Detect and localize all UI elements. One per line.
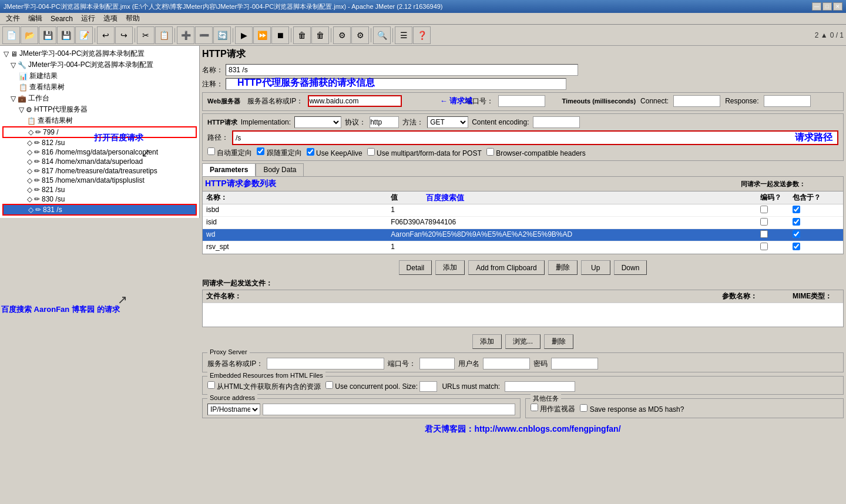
collapse-button[interactable]: ➖ [195,26,213,44]
param-row-isid[interactable]: isid F06D390A78944106 [203,217,843,229]
include-isid[interactable] [793,218,800,226]
add-param-button[interactable]: 添加 [435,260,465,275]
cut-button[interactable]: ✂ [137,26,155,44]
follow-redirect-checkbox[interactable] [257,147,264,155]
func2-button[interactable]: ⚙ [351,26,369,44]
md5-checkbox[interactable] [580,404,588,412]
proxy-port-input[interactable] [419,358,455,369]
tree-item-req817[interactable]: ◇ ✏ 817 /home/treasure/data/treasuretips [2,166,197,176]
clear-all-button[interactable]: 🗑 [311,26,329,44]
expand-button[interactable]: ➕ [177,26,194,44]
close-button[interactable]: ✕ [833,2,842,11]
source-address-input[interactable] [263,404,515,415]
tree-item-xinjinji[interactable]: 📊 新建结果 [2,70,197,82]
response-input[interactable] [764,95,811,107]
add-from-clipboard-button[interactable]: Add from Clipboard [468,260,544,275]
param-row-isbd[interactable]: isbd 1 [203,204,843,217]
source-address-type[interactable]: IP/Hostname [207,404,260,415]
menu-edit[interactable]: 编辑 [25,13,46,24]
embedded-check2[interactable] [325,381,333,389]
delete-param-button[interactable]: 删除 [548,260,578,275]
up-button[interactable]: Up [581,260,610,275]
http-req-label: HTTP请求 [207,118,237,127]
menu-help[interactable]: 帮助 [122,13,143,24]
save-as-button[interactable]: 💾 [39,26,56,44]
undo-button[interactable]: ↩ [97,26,115,44]
urls-match-input[interactable] [505,381,575,392]
tree-item-req799[interactable]: ◇ ✏ 799 / [2,126,197,138]
tree-item-proxy[interactable]: ▽ ⚙ HTTP代理服务器 [2,104,197,115]
help-button[interactable]: ❓ [413,26,431,44]
detail-button[interactable]: Detail [399,260,432,275]
include-isbd[interactable] [793,206,800,213]
tab-body-data[interactable]: Body Data [256,163,304,176]
browse-file-button[interactable]: 浏览... [505,334,540,349]
browser-compat-checkbox[interactable] [486,148,494,156]
toolbar-sep-5 [291,28,291,42]
encode-wd[interactable] [760,230,768,238]
keepalive-checkbox[interactable] [307,148,314,156]
menu-run[interactable]: 运行 [78,13,99,24]
name-input[interactable] [226,64,578,76]
port-input[interactable] [498,95,545,107]
tree-item-req821[interactable]: ◇ ✏ 821 /su [2,185,197,194]
tree-item-workbench[interactable]: ▽ 💼 工作台 [2,93,197,104]
proxy-pass-input[interactable] [551,358,598,369]
new-button[interactable]: 📄 [2,26,20,44]
proxy-server-input[interactable] [267,358,384,369]
path-input[interactable] [233,133,795,143]
multipart-checkbox[interactable] [367,148,375,156]
include-rsv[interactable] [793,243,800,250]
monitor-checkbox[interactable] [531,404,538,411]
include-wd[interactable] [793,230,800,238]
menu-options[interactable]: 选项 [100,13,121,24]
tree-item-req814[interactable]: ◇ ✏ 814 /home/xman/data/superload [2,157,197,166]
tree-item-root[interactable]: ▽ 🖥 JMeter学习-004-PC浏览器脚本录制配置 [2,48,197,59]
menu-search[interactable]: Search [47,14,76,23]
open-button[interactable]: 📂 [21,26,38,44]
method-select[interactable]: GET [427,116,468,128]
embedded-size-input[interactable] [419,381,437,392]
func1-button[interactable]: ⚙ [333,26,351,44]
tree-item-chakan[interactable]: 📋 查看结果树 [2,82,197,93]
redo-button[interactable]: ↪ [115,26,133,44]
tree-item-req815[interactable]: ◇ ✏ 815 /home/xman/data/tipspluslist [2,176,197,185]
maximize-button[interactable]: □ [822,2,832,11]
protocol-input[interactable] [370,116,399,128]
add-file-button[interactable]: 添加 [472,334,502,349]
tree-item-result-tree[interactable]: 📋 查看结果树 [2,115,197,126]
save-button[interactable]: 💾 [57,26,75,44]
tree-item-req830[interactable]: ◇ ✏ 830 /su [2,194,197,204]
implementation-select[interactable] [294,116,341,128]
revert-button[interactable]: 📝 [75,26,93,44]
down-button[interactable]: Down [614,260,647,275]
delete-file-button[interactable]: 删除 [544,334,573,349]
param-row-wd[interactable]: wd AaronFan%20%E5%8D%9A%E5%AE%A2%E5%9B%A… [203,229,843,241]
start-button[interactable]: ▶ [235,26,253,44]
clear-button[interactable]: 🗑 [293,26,311,44]
tree-item-req816[interactable]: ◇ ✏ 816 /home/msg/data/personalcontent [2,147,197,157]
minimize-button[interactable]: — [812,2,821,11]
browse-button[interactable]: 🔍 [373,26,391,44]
tree-item-node1[interactable]: ▽ 🔧 JMeter学习-004-PC浏览器脚本录制配置 [2,59,197,70]
encode-isid[interactable] [760,218,768,226]
param-row-rsv[interactable]: rsv_spt 1 [203,241,843,254]
toggle-button[interactable]: 🔄 [213,26,231,44]
list-button[interactable]: ☰ [395,26,412,44]
menu-file[interactable]: 文件 [2,13,24,24]
embedded-check1[interactable] [207,381,215,389]
auto-redirect-checkbox[interactable] [207,147,215,155]
proxy-user-input[interactable] [483,358,530,369]
comment-input[interactable] [226,78,566,90]
tree-item-req812[interactable]: ◇ ✏ 812 /su [2,138,197,147]
connect-input[interactable] [673,95,720,107]
stop-button[interactable]: ⏹ [271,26,289,44]
encode-isbd[interactable] [760,206,768,213]
server-name-input[interactable] [308,95,402,107]
tree-item-req831[interactable]: ◇ ✏ 831 /s [2,204,197,216]
encode-rsv[interactable] [760,243,768,250]
start-no-pause-button[interactable]: ⏩ [253,26,271,44]
tab-parameters[interactable]: Parameters [202,163,256,176]
copy-button[interactable]: 📋 [155,26,173,44]
content-encoding-input[interactable] [533,116,580,128]
